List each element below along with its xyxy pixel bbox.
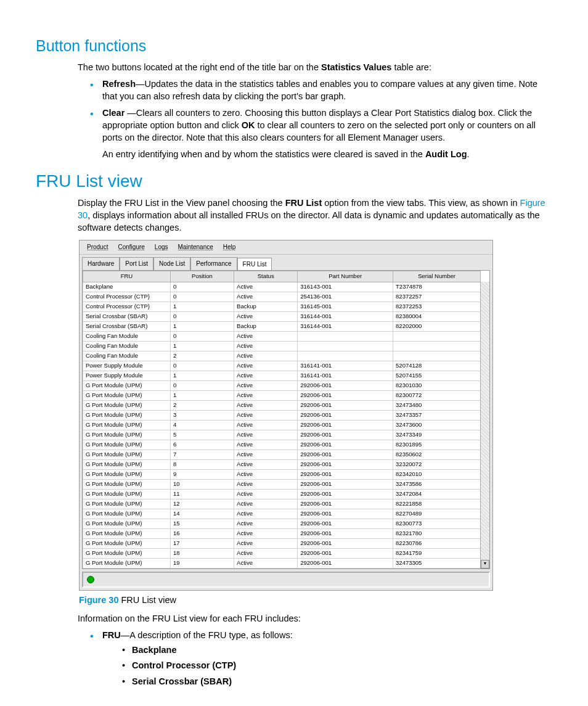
menu-help[interactable]: Help — [218, 242, 241, 253]
table-row[interactable]: Serial Crossbar (SBAR)1Backup316144-0018… — [83, 321, 481, 331]
table-cell: 0 — [170, 311, 234, 321]
list-item: Serial Crossbar (SBAR) — [121, 676, 552, 688]
table-cell: Serial Crossbar (SBAR) — [83, 321, 171, 331]
table-cell: Active — [234, 351, 298, 361]
table-cell: Active — [234, 558, 298, 568]
table-cell: G Port Module (UPM) — [83, 528, 171, 538]
tab-port-list[interactable]: Port List — [120, 257, 153, 271]
table-row[interactable]: G Port Module (UPM)0Active292006-0018230… — [83, 380, 481, 390]
table-cell: Active — [234, 410, 298, 420]
table-row[interactable]: G Port Module (UPM)10Active292006-001324… — [83, 479, 481, 489]
table-cell: 82380004 — [393, 311, 481, 321]
list-item: Backplane — [121, 644, 552, 657]
text: option from the view tabs. This view, as… — [322, 198, 520, 208]
table-row[interactable]: G Port Module (UPM)9Active292006-0018234… — [83, 469, 481, 479]
table-row[interactable]: G Port Module (UPM)19Active292006-001324… — [83, 558, 481, 568]
table-row[interactable]: G Port Module (UPM)17Active292006-001822… — [83, 538, 481, 548]
table-cell: 0 — [170, 292, 234, 302]
table-row[interactable]: G Port Module (UPM)18Active292006-001823… — [83, 548, 481, 558]
text-bold: FRU — [102, 630, 121, 640]
table-cell: 82221858 — [393, 499, 481, 509]
table-cell: G Port Module (UPM) — [83, 410, 171, 420]
text: —A description of the FRU type, as follo… — [121, 630, 293, 640]
text-bold: Clear — [102, 108, 125, 118]
table-row[interactable]: G Port Module (UPM)5Active292006-0013247… — [83, 430, 481, 440]
table-row[interactable]: Cooling Fan Module2Active — [83, 351, 481, 361]
menu-logs[interactable]: Logs — [150, 242, 173, 253]
tab-hardware[interactable]: Hardware — [82, 257, 120, 271]
table-cell: G Port Module (UPM) — [83, 548, 171, 558]
text-bold: FRU List — [285, 198, 322, 208]
table-row[interactable]: Cooling Fan Module1Active — [83, 341, 481, 351]
tab-node-list[interactable]: Node List — [153, 257, 190, 271]
table-cell — [298, 331, 393, 341]
table-row[interactable]: Serial Crossbar (SBAR)0Active316144-0018… — [83, 311, 481, 321]
table-cell: 316144-001 — [298, 321, 393, 331]
text: Display the FRU List in the View panel c… — [78, 198, 285, 208]
status-bar — [82, 572, 490, 588]
table-row[interactable]: G Port Module (UPM)4Active292006-0013247… — [83, 420, 481, 430]
col-status[interactable]: Status — [234, 271, 298, 282]
table-row[interactable]: Backplane0Active316143-001T2374878 — [83, 282, 481, 292]
table-row[interactable]: G Port Module (UPM)11Active292006-001324… — [83, 489, 481, 499]
table-row[interactable]: G Port Module (UPM)6Active292006-0018230… — [83, 440, 481, 449]
text-bold: OK — [242, 120, 255, 130]
table-row[interactable]: Control Processor (CTP)1Backup316145-001… — [83, 302, 481, 311]
scroll-down-button[interactable]: ▾ — [481, 560, 489, 568]
table-row[interactable]: G Port Module (UPM)3Active292006-0013247… — [83, 410, 481, 420]
table-cell: Active — [234, 499, 298, 509]
table-row[interactable]: G Port Module (UPM)8Active292006-0013232… — [83, 459, 481, 469]
tab-fru-list[interactable]: FRU List — [237, 258, 272, 271]
table-cell: 10 — [170, 479, 234, 489]
table-row[interactable]: Power Supply Module0Active316141-0015207… — [83, 361, 481, 371]
col-part-number[interactable]: Part Number — [298, 271, 393, 282]
table-cell: 15 — [170, 519, 234, 528]
table-cell: 12 — [170, 499, 234, 509]
tab-performance[interactable]: Performance — [190, 257, 237, 271]
table-row[interactable]: G Port Module (UPM)7Active292006-0018235… — [83, 449, 481, 459]
table-cell: 82300772 — [393, 390, 481, 400]
table-cell: 82270489 — [393, 509, 481, 519]
table-cell: 1 — [170, 302, 234, 311]
table-cell: Power Supply Module — [83, 371, 171, 380]
col-fru[interactable]: FRU — [83, 271, 171, 282]
list-item: FRU—A description of the FRU type, as fo… — [89, 630, 552, 688]
col-serial-number[interactable]: Serial Number — [393, 271, 481, 282]
table-cell: Active — [234, 489, 298, 499]
menu-product[interactable]: Product — [82, 242, 113, 253]
table-row[interactable]: G Port Module (UPM)15Active292006-001823… — [83, 519, 481, 528]
menu-configure[interactable]: Configure — [113, 242, 149, 253]
text-bold: Backplane — [132, 645, 177, 655]
menu-maintenance[interactable]: Maintenance — [173, 242, 218, 253]
table-cell: Active — [234, 459, 298, 469]
table-cell: G Port Module (UPM) — [83, 509, 171, 519]
tabbar: Hardware Port List Node List Performance… — [80, 255, 492, 271]
bullet-list-fru-fields: FRU—A description of the FRU type, as fo… — [89, 630, 552, 688]
scrollbar[interactable] — [480, 282, 489, 568]
table-row[interactable]: Power Supply Module1Active316141-0015207… — [83, 371, 481, 380]
table-cell: 82350602 — [393, 449, 481, 459]
status-indicator-icon — [87, 576, 94, 583]
table-row[interactable]: G Port Module (UPM)1Active292006-0018230… — [83, 390, 481, 400]
table-cell: 19 — [170, 558, 234, 568]
table-cell: 6 — [170, 440, 234, 449]
table-row[interactable]: G Port Module (UPM)16Active292006-001823… — [83, 528, 481, 538]
table-row[interactable]: Control Processor (CTP)0Active254136-001… — [83, 292, 481, 302]
bullet-list: Refresh—Updates the data in the statisti… — [89, 78, 552, 160]
table-cell: 292006-001 — [298, 430, 393, 440]
table-row[interactable]: Cooling Fan Module0Active — [83, 331, 481, 341]
table-row[interactable]: G Port Module (UPM)12Active292006-001822… — [83, 499, 481, 509]
fru-table: FRU Position Status Part Number Serial N… — [83, 271, 481, 568]
table-cell: 82321780 — [393, 528, 481, 538]
col-position[interactable]: Position — [170, 271, 234, 282]
table-cell: 1 — [170, 390, 234, 400]
table-cell: 292006-001 — [298, 380, 393, 390]
table-row[interactable]: G Port Module (UPM)2Active292006-0013247… — [83, 400, 481, 410]
table-cell: 32473586 — [393, 479, 481, 489]
table-cell: Control Processor (CTP) — [83, 302, 171, 311]
table-cell: 292006-001 — [298, 469, 393, 479]
table-cell: 32320072 — [393, 459, 481, 469]
table-cell: 292006-001 — [298, 548, 393, 558]
table-row[interactable]: G Port Module (UPM)14Active292006-001822… — [83, 509, 481, 519]
table-cell: 292006-001 — [298, 420, 393, 430]
